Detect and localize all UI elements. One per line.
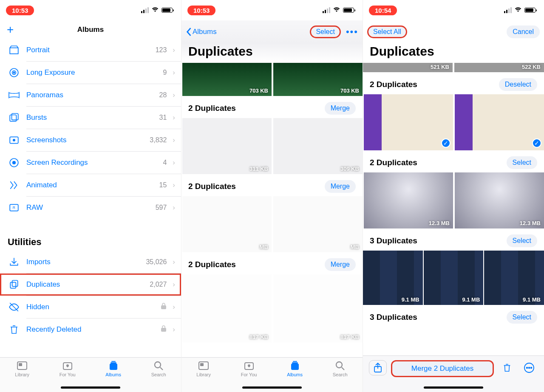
status-bar: 10:53 [0, 0, 181, 20]
group-title: 2 Duplicates [188, 182, 236, 191]
thumbnail[interactable]: 12.3 MB [455, 172, 544, 228]
row-screen-recordings[interactable]: Screen Recordings 4 › [0, 152, 181, 174]
svg-rect-4 [12, 113, 18, 120]
group-title: 2 Duplicates [188, 104, 236, 113]
tab-search[interactable]: Search [151, 360, 166, 377]
share-button[interactable] [369, 360, 387, 375]
chevron-right-icon: › [173, 91, 175, 99]
svg-rect-27 [293, 361, 297, 362]
delete-button[interactable] [498, 360, 516, 375]
svg-rect-20 [111, 361, 116, 362]
thumbnail[interactable]: MB [273, 196, 363, 252]
svg-rect-23 [200, 363, 204, 366]
thumbnail[interactable]: 309 KB [273, 118, 363, 174]
more-button[interactable] [520, 360, 538, 375]
svg-point-33 [531, 367, 532, 369]
group-title: 2 Duplicates [188, 260, 236, 269]
thumbnail[interactable]: 703 KB [273, 63, 363, 96]
wifi-icon [333, 6, 340, 14]
panorama-icon [8, 91, 20, 99]
row-imports[interactable]: Imports 35,026 › [0, 251, 181, 273]
cancel-button[interactable]: Cancel [507, 25, 540, 38]
cellular-icon [141, 7, 149, 13]
thumbnail[interactable]: 817 KB [182, 274, 272, 342]
thumbnail[interactable]: ✓ [364, 94, 453, 150]
group-title: 3 Duplicates [370, 236, 417, 245]
thumbnail[interactable]: MB [182, 196, 272, 252]
chevron-right-icon: › [173, 325, 175, 334]
svg-rect-18 [110, 364, 117, 370]
more-button[interactable]: ••• [346, 26, 358, 37]
back-button[interactable]: Albums [186, 27, 217, 37]
row-recently-deleted[interactable]: Recently Deleted › [0, 319, 181, 341]
svg-rect-12 [12, 280, 18, 286]
nav-header: + Albums [0, 20, 181, 39]
tab-albums[interactable]: Albums [287, 360, 303, 377]
row-long-exposure[interactable]: Long Exposure 9 › [0, 62, 181, 84]
tab-library[interactable]: Library [196, 360, 211, 377]
svg-point-28 [336, 362, 342, 368]
battery-icon [343, 8, 354, 13]
thumbnail[interactable]: 9.1 MB [424, 251, 484, 305]
row-raw[interactable]: R RAW 597 › [0, 197, 181, 219]
thumbnail[interactable]: 9.1 MB [484, 251, 544, 305]
thumbnail[interactable]: ✓ [455, 94, 544, 150]
row-screenshots[interactable]: Screenshots 3,832 › [0, 129, 181, 151]
select-button[interactable]: Select [310, 25, 340, 38]
home-indicator[interactable] [424, 386, 483, 389]
battery-icon [524, 8, 536, 13]
svg-rect-3 [10, 115, 16, 121]
tab-foryou[interactable]: For You [60, 360, 76, 377]
svg-rect-11 [10, 282, 16, 288]
checkmark-icon: ✓ [532, 138, 541, 148]
select-all-button[interactable]: Select All [367, 25, 407, 38]
chevron-right-icon: › [173, 280, 175, 289]
home-indicator[interactable] [242, 386, 302, 389]
action-bar: Merge 2 Duplicates [363, 355, 544, 392]
thumbnail[interactable]: 817 KB [273, 274, 363, 342]
phone-duplicates-browse: 10:53 Albums Select ••• Duplicates 703 K… [181, 0, 363, 392]
chevron-right-icon: › [173, 258, 175, 266]
merge-button[interactable]: Merge [325, 180, 356, 193]
thumbnail[interactable]: 311 KB [182, 118, 272, 174]
nav-title: Albums [77, 25, 104, 34]
svg-text:R: R [13, 206, 15, 210]
tab-albums[interactable]: Albums [105, 360, 121, 377]
thumbnail[interactable]: 703 KB [182, 63, 272, 96]
tab-search[interactable]: Search [333, 360, 348, 377]
duplicates-icon [8, 279, 20, 290]
row-panoramas[interactable]: Panoramas 28 › [0, 84, 181, 106]
row-duplicates[interactable]: Duplicates 2,027 › [0, 274, 181, 296]
chevron-right-icon: › [173, 203, 175, 212]
cellular-icon [323, 7, 330, 13]
select-button[interactable]: Select [507, 156, 537, 169]
row-portrait[interactable]: Portrait 123 › [0, 39, 181, 61]
svg-rect-16 [19, 363, 22, 366]
page-title: Duplicates [363, 43, 544, 63]
svg-rect-14 [161, 328, 166, 332]
home-indicator[interactable] [61, 386, 120, 389]
screen-recording-icon [8, 157, 20, 168]
merge-duplicates-button[interactable]: Merge 2 Duplicates [391, 360, 494, 377]
merge-button[interactable]: Merge [325, 258, 356, 271]
status-bar: 10:54 [363, 0, 544, 20]
deselect-button[interactable]: Deselect [499, 78, 537, 91]
row-bursts[interactable]: Bursts 31 › [0, 107, 181, 129]
select-button[interactable]: Select [507, 311, 537, 324]
tab-bar: Library For You Albums Search [181, 357, 363, 392]
row-hidden[interactable]: Hidden › [0, 296, 181, 318]
thumbnail[interactable]: 522 KB [454, 63, 544, 72]
chevron-right-icon: › [173, 181, 175, 189]
thumbnail[interactable]: 12.3 MB [364, 172, 453, 228]
wifi-icon [151, 6, 159, 14]
chevron-right-icon: › [173, 136, 175, 144]
thumbnail[interactable]: 9.1 MB [363, 251, 423, 305]
select-button[interactable]: Select [507, 234, 537, 247]
row-animated[interactable]: Animated 15 › [0, 174, 181, 196]
tab-library[interactable]: Library [15, 360, 29, 377]
tab-foryou[interactable]: For You [241, 360, 257, 377]
merge-button[interactable]: Merge [325, 102, 356, 115]
chevron-right-icon: › [173, 158, 175, 167]
add-button[interactable]: + [7, 24, 14, 36]
thumbnail[interactable]: 521 KB [363, 63, 453, 72]
